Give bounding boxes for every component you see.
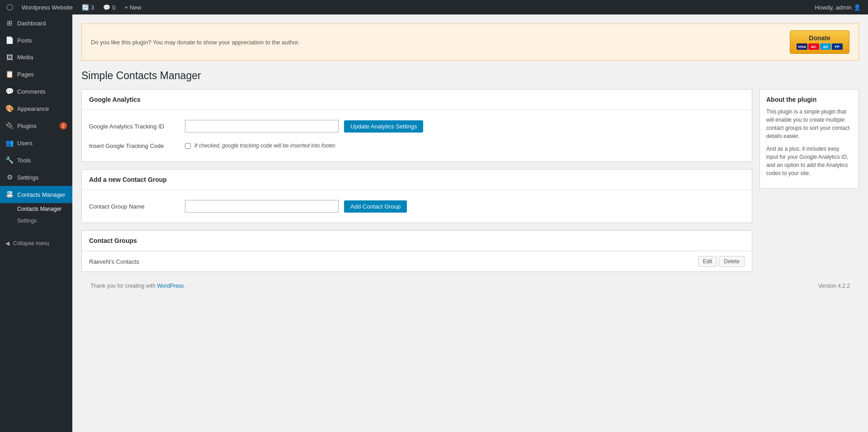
sidebar-item-plugins[interactable]: 🔌 Plugins 2 — [0, 117, 72, 134]
donate-button[interactable]: Donate VISA MC AX PP — [790, 30, 849, 54]
collapse-menu-button[interactable]: ◀ Collapse menu — [0, 236, 72, 251]
appearance-icon: 🎨 — [5, 104, 14, 113]
paypal-icon: PP — [832, 43, 843, 50]
contact-group-name: RaeveN's Contacts — [89, 258, 139, 265]
sidebar-label-pages: Pages — [17, 71, 34, 78]
tools-icon: 🔧 — [5, 156, 14, 164]
settings-icon: ⚙ — [5, 173, 14, 181]
sidebar-item-users[interactable]: 👥 Users — [0, 134, 72, 152]
adminbar-right: Howdy, admin 👤 — [811, 0, 864, 14]
sidebar-item-pages[interactable]: 📋 Pages — [0, 66, 72, 83]
donate-banner: Do you like this plugin? You may donate … — [81, 24, 859, 61]
page-title: Simple Contacts Manager — [81, 70, 859, 82]
submenu-item-contacts-settings[interactable]: Settings — [0, 215, 72, 227]
plugins-badge: 2 — [60, 122, 67, 129]
update-analytics-button[interactable]: Update Analytics Settings — [344, 120, 423, 133]
sidebar-label-media: Media — [17, 54, 33, 61]
new-label: + New — [124, 4, 141, 11]
mc-icon: MC — [808, 43, 819, 50]
sidebar-item-tools[interactable]: 🔧 Tools — [0, 152, 72, 169]
wp-footer: Thank you for creating with WordPress. V… — [81, 279, 859, 293]
footer-left: Thank you for creating with WordPress. — [90, 283, 185, 289]
edit-contact-group-button[interactable]: Edit — [698, 256, 717, 267]
contact-groups-list: RaeveN's Contacts Edit Delete — [82, 251, 752, 271]
plugins-icon: 🔌 — [5, 122, 14, 130]
admin-sidebar: ⊞ Dashboard 📄 Posts 🖼 Media 📋 Pages 💬 Co… — [0, 14, 72, 432]
insert-tracking-label: Insert Google Tracking Code — [89, 142, 179, 149]
sidebar-item-settings[interactable]: ⚙ Settings — [0, 169, 72, 186]
about-plugin-title: About the plugin — [766, 96, 852, 103]
posts-icon: 📄 — [5, 36, 14, 44]
sidebar-label-appearance: Appearance — [17, 105, 49, 112]
content-layout: Google Analytics Google Analytics Tracki… — [81, 89, 859, 279]
add-contact-group-body: Contact Group Name Add Contact Group — [82, 190, 752, 223]
contact-group-actions: Edit Delete — [698, 256, 745, 267]
sidebar-label-settings: Settings — [17, 174, 38, 181]
footer-version: Version 4.2.2 — [818, 283, 850, 289]
insert-tracking-checkbox-row: If checked, google tracking code will be… — [185, 140, 336, 152]
tracking-id-label: Google Analytics Tracking ID — [89, 123, 179, 130]
sidebar-label-contacts: Contacts Manager — [17, 191, 65, 198]
footer-wp-link[interactable]: WordPress — [157, 283, 184, 289]
avatar-icon: 👤 — [854, 4, 861, 11]
sidebar-label-tools: Tools — [17, 157, 31, 164]
pages-icon: 📋 — [5, 70, 14, 78]
insert-tracking-hint: If checked, google tracking code will be… — [194, 142, 336, 149]
google-analytics-section: Google Analytics Google Analytics Tracki… — [81, 89, 752, 162]
sidebar-label-dashboard: Dashboard — [17, 20, 46, 27]
comments-icon: 💬 — [103, 4, 110, 11]
footer-thank-you: Thank you for creating with — [90, 283, 156, 289]
adminbar-updates-link[interactable]: 🔄 3 — [78, 0, 98, 14]
about-plugin-sidebar: About the plugin This plugin is a simple… — [760, 89, 859, 189]
wp-logo-icon[interactable]: ⬡ — [4, 2, 16, 12]
adminbar-site-link[interactable]: Wordpress Website — [18, 0, 76, 14]
sidebar-item-posts[interactable]: 📄 Posts — [0, 32, 72, 49]
about-plugin-para2: And as a plus, it includes easy input fo… — [766, 145, 852, 177]
insert-tracking-checkbox[interactable] — [185, 143, 191, 149]
media-icon: 🖼 — [5, 53, 14, 61]
insert-tracking-row: Insert Google Tracking Code If checked, … — [89, 136, 745, 155]
main-area: Google Analytics Google Analytics Tracki… — [81, 89, 752, 279]
visa-icon: VISA — [797, 43, 807, 50]
collapse-icon: ◀ — [5, 240, 9, 247]
contact-groups-title: Contact Groups — [82, 231, 752, 251]
group-name-input[interactable] — [185, 200, 339, 213]
adminbar-howdy[interactable]: Howdy, admin 👤 — [811, 0, 864, 14]
donate-banner-text: Do you like this plugin? You may donate … — [91, 39, 300, 46]
amex-icon: AX — [820, 43, 831, 50]
sidebar-label-plugins: Plugins — [17, 123, 37, 129]
adminbar-new-link[interactable]: + New — [121, 0, 145, 14]
group-name-label: Contact Group Name — [89, 203, 179, 210]
wp-wrap: ⊞ Dashboard 📄 Posts 🖼 Media 📋 Pages 💬 Co… — [0, 0, 868, 432]
updates-icon: 🔄 — [82, 4, 89, 11]
users-icon: 👥 — [5, 139, 14, 147]
comments-count: 0 — [112, 4, 115, 11]
submenu-item-contacts-manager[interactable]: Contacts Manager — [0, 203, 72, 215]
google-analytics-body: Google Analytics Tracking ID Update Anal… — [82, 110, 752, 161]
delete-contact-group-button[interactable]: Delete — [719, 256, 745, 267]
add-contact-group-button[interactable]: Add Contact Group — [344, 200, 407, 213]
comments-sidebar-icon: 💬 — [5, 87, 14, 95]
table-row: RaeveN's Contacts Edit Delete — [82, 251, 752, 271]
submenu-label-contacts: Contacts Manager — [17, 206, 61, 212]
sidebar-item-dashboard[interactable]: ⊞ Dashboard — [0, 14, 72, 32]
group-name-row: Contact Group Name Add Contact Group — [89, 196, 745, 216]
sidebar-item-contacts-manager[interactable]: 📇 Contacts Manager — [0, 186, 72, 203]
admin-bar: ⬡ Wordpress Website 🔄 3 💬 0 + New Howdy,… — [0, 0, 868, 14]
contacts-icon: 📇 — [5, 190, 14, 199]
payment-cards: VISA MC AX PP — [797, 43, 843, 50]
add-contact-group-section: Add a new Contact Group Contact Group Na… — [81, 169, 752, 223]
sidebar-item-comments[interactable]: 💬 Comments — [0, 83, 72, 100]
tracking-id-input[interactable] — [185, 120, 339, 133]
main-content: Do you like this plugin? You may donate … — [72, 14, 868, 432]
add-contact-group-title: Add a new Contact Group — [82, 170, 752, 190]
sidebar-label-posts: Posts — [17, 37, 32, 44]
howdy-text: Howdy, admin — [815, 4, 852, 11]
adminbar-comments-link[interactable]: 💬 0 — [99, 0, 119, 14]
collapse-label: Collapse menu — [13, 240, 49, 247]
contact-groups-section: Contact Groups RaeveN's Contacts Edit De… — [81, 230, 752, 272]
dashboard-icon: ⊞ — [5, 19, 14, 27]
sidebar-item-appearance[interactable]: 🎨 Appearance — [0, 100, 72, 117]
sidebar-item-media[interactable]: 🖼 Media — [0, 49, 72, 66]
submenu-label-settings: Settings — [17, 218, 37, 224]
